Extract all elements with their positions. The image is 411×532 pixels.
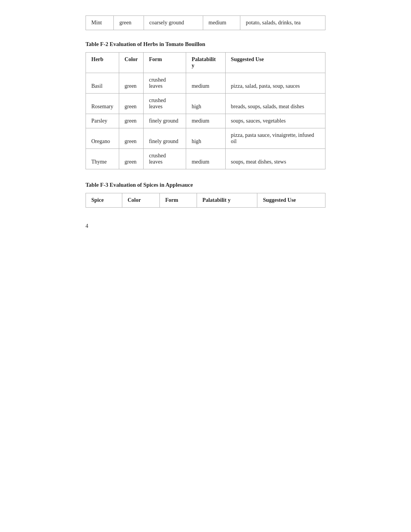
form-cell: finely ground xyxy=(143,114,186,128)
col-suggested-use: Suggested Use xyxy=(225,53,325,73)
suggested_use-cell: soups, sauces, vegetables xyxy=(225,114,325,128)
page: Mint green coarsely ground medium potato… xyxy=(86,15,325,229)
suggested_use-cell: soups, meat dishes, stews xyxy=(225,149,325,169)
col-form: Form xyxy=(159,193,197,208)
table-f2: Herb Color Form Palatabilit y Suggested … xyxy=(86,52,325,169)
col-herb: Herb xyxy=(86,53,119,73)
page-number: 4 xyxy=(86,223,325,229)
herb-cell: Basil xyxy=(86,73,119,94)
palatability-cell: medium xyxy=(203,16,240,30)
suggested_use-cell: breads, soups, salads, meat dishes xyxy=(225,94,325,114)
col-palatability: Palatabilit y xyxy=(197,193,257,208)
herb-cell: Rosemary xyxy=(86,94,119,114)
form-cell: finely ground xyxy=(143,128,186,149)
table-f3-title: Table F-3 Evaluation of Spices in Apples… xyxy=(86,182,325,188)
herb-cell: Parsley xyxy=(86,114,119,128)
carryover-table: Mint green coarsely ground medium potato… xyxy=(86,15,325,30)
color-cell: green xyxy=(114,16,144,30)
table-row: Mint green coarsely ground medium potato… xyxy=(86,16,325,30)
col-color: Color xyxy=(119,53,143,73)
col-suggested-use: Suggested Use xyxy=(257,193,325,208)
color-cell: green xyxy=(119,94,143,114)
table-row: Oreganogreenfinely groundhighpizza, past… xyxy=(86,128,325,149)
form-cell: coarsely ground xyxy=(144,16,203,30)
color-cell: green xyxy=(119,149,143,169)
color-cell: green xyxy=(119,128,143,149)
col-form: Form xyxy=(143,53,186,73)
palatability-cell: medium xyxy=(186,73,225,94)
table-row: Thymegreencrushed leavesmediumsoups, mea… xyxy=(86,149,325,169)
suggested_use-cell: pizza, pasta sauce, vinaigrette, infused… xyxy=(225,128,325,149)
suggested-use-cell: potato, salads, drinks, tea xyxy=(240,16,325,30)
table-row: Parsleygreenfinely groundmediumsoups, sa… xyxy=(86,114,325,128)
col-color: Color xyxy=(122,193,159,208)
herb-cell: Oregano xyxy=(86,128,119,149)
table-row: Basilgreencrushed leavesmediumpizza, sal… xyxy=(86,73,325,94)
form-cell: crushed leaves xyxy=(143,149,186,169)
col-spice: Spice xyxy=(86,193,122,208)
suggested_use-cell: pizza, salad, pasta, soup, sauces xyxy=(225,73,325,94)
form-cell: crushed leaves xyxy=(143,94,186,114)
table-f2-title: Table F-2 Evaluation of Herbs in Tomato … xyxy=(86,41,325,48)
palatability-cell: medium xyxy=(186,114,225,128)
color-cell: green xyxy=(119,114,143,128)
header-row: Spice Color Form Palatabilit y Suggested… xyxy=(86,193,325,208)
palatability-cell: high xyxy=(186,94,225,114)
header-row: Herb Color Form Palatabilit y Suggested … xyxy=(86,53,325,73)
herb-cell: Mint xyxy=(86,16,114,30)
herb-cell: Thyme xyxy=(86,149,119,169)
col-palatability: Palatabilit y xyxy=(186,53,225,73)
palatability-cell: high xyxy=(186,128,225,149)
color-cell: green xyxy=(119,73,143,94)
table-row: Rosemarygreencrushed leaveshighbreads, s… xyxy=(86,94,325,114)
form-cell: crushed leaves xyxy=(143,73,186,94)
palatability-cell: medium xyxy=(186,149,225,169)
table-f3: Spice Color Form Palatabilit y Suggested… xyxy=(86,193,325,208)
